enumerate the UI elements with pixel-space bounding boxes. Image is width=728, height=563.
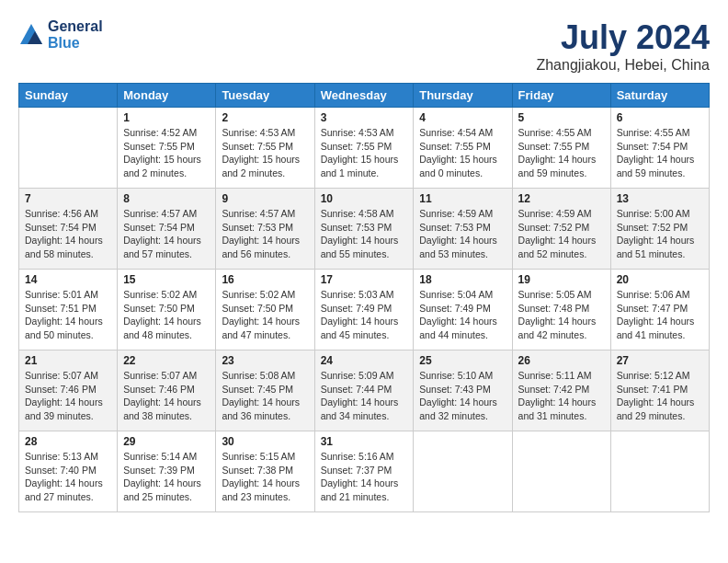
day-info: Sunrise: 4:53 AMSunset: 7:55 PMDaylight:… [321, 126, 408, 180]
logo-icon [18, 22, 44, 48]
day-number: 10 [321, 192, 408, 205]
day-info: Sunrise: 5:15 AMSunset: 7:38 PMDaylight:… [222, 450, 308, 504]
page-header: General Blue July 2024 Zhangjiakou, Hebe… [18, 18, 710, 74]
day-number: 31 [321, 435, 408, 448]
calendar-cell: 20Sunrise: 5:06 AMSunset: 7:47 PMDayligh… [610, 270, 709, 350]
day-number: 30 [222, 435, 308, 448]
calendar-cell: 24Sunrise: 5:09 AMSunset: 7:44 PMDayligh… [314, 350, 414, 431]
day-number: 8 [123, 192, 210, 205]
calendar-cell: 29Sunrise: 5:14 AMSunset: 7:39 PMDayligh… [118, 431, 216, 512]
day-info: Sunrise: 5:09 AMSunset: 7:44 PMDaylight:… [321, 369, 408, 423]
day-number: 16 [222, 273, 308, 286]
day-number: 27 [617, 354, 703, 367]
day-number: 19 [518, 273, 605, 286]
day-info: Sunrise: 5:02 AMSunset: 7:50 PMDaylight:… [123, 288, 210, 342]
day-number: 17 [321, 273, 408, 286]
calendar-week-4: 21Sunrise: 5:07 AMSunset: 7:46 PMDayligh… [19, 350, 710, 431]
day-info: Sunrise: 4:59 AMSunset: 7:52 PMDaylight:… [518, 207, 605, 261]
day-number: 2 [222, 111, 308, 124]
day-info: Sunrise: 4:58 AMSunset: 7:53 PMDaylight:… [321, 207, 408, 261]
calendar-cell: 19Sunrise: 5:05 AMSunset: 7:48 PMDayligh… [512, 270, 610, 350]
day-info: Sunrise: 5:13 AMSunset: 7:40 PMDaylight:… [25, 450, 111, 504]
calendar-cell: 7Sunrise: 4:56 AMSunset: 7:54 PMDaylight… [19, 189, 118, 270]
day-info: Sunrise: 5:03 AMSunset: 7:49 PMDaylight:… [321, 288, 408, 342]
calendar-cell [512, 431, 610, 512]
header-tuesday: Tuesday [216, 84, 314, 108]
calendar-cell [414, 431, 512, 512]
day-info: Sunrise: 4:55 AMSunset: 7:54 PMDaylight:… [617, 126, 703, 180]
day-info: Sunrise: 5:05 AMSunset: 7:48 PMDaylight:… [518, 288, 605, 342]
calendar-week-5: 28Sunrise: 5:13 AMSunset: 7:40 PMDayligh… [19, 431, 710, 512]
calendar-cell: 28Sunrise: 5:13 AMSunset: 7:40 PMDayligh… [19, 431, 118, 512]
calendar-cell: 17Sunrise: 5:03 AMSunset: 7:49 PMDayligh… [314, 270, 414, 350]
day-number: 9 [222, 192, 308, 205]
day-info: Sunrise: 4:53 AMSunset: 7:55 PMDaylight:… [222, 126, 308, 180]
day-number: 18 [419, 273, 506, 286]
calendar-cell: 25Sunrise: 5:10 AMSunset: 7:43 PMDayligh… [414, 350, 512, 431]
day-number: 6 [617, 111, 703, 124]
calendar-cell: 1Sunrise: 4:52 AMSunset: 7:55 PMDaylight… [118, 108, 216, 189]
day-info: Sunrise: 4:57 AMSunset: 7:53 PMDaylight:… [222, 207, 308, 261]
calendar-cell: 12Sunrise: 4:59 AMSunset: 7:52 PMDayligh… [512, 189, 610, 270]
calendar-cell: 30Sunrise: 5:15 AMSunset: 7:38 PMDayligh… [216, 431, 314, 512]
day-info: Sunrise: 5:00 AMSunset: 7:52 PMDaylight:… [617, 207, 703, 261]
header-saturday: Saturday [610, 84, 709, 108]
day-number: 13 [617, 192, 703, 205]
calendar-cell: 14Sunrise: 5:01 AMSunset: 7:51 PMDayligh… [19, 270, 118, 350]
calendar-cell [19, 108, 118, 189]
day-info: Sunrise: 4:59 AMSunset: 7:53 PMDaylight:… [419, 207, 506, 261]
calendar-cell: 11Sunrise: 4:59 AMSunset: 7:53 PMDayligh… [414, 189, 512, 270]
header-monday: Monday [118, 84, 216, 108]
calendar-cell: 16Sunrise: 5:02 AMSunset: 7:50 PMDayligh… [216, 270, 314, 350]
calendar-week-3: 14Sunrise: 5:01 AMSunset: 7:51 PMDayligh… [19, 270, 710, 350]
day-number: 11 [419, 192, 506, 205]
day-number: 21 [25, 354, 111, 367]
main-title: July 2024 [536, 18, 710, 57]
calendar-cell: 18Sunrise: 5:04 AMSunset: 7:49 PMDayligh… [414, 270, 512, 350]
header-sunday: Sunday [19, 84, 118, 108]
day-number: 12 [518, 192, 605, 205]
day-number: 4 [419, 111, 506, 124]
day-number: 23 [222, 354, 308, 367]
day-info: Sunrise: 4:52 AMSunset: 7:55 PMDaylight:… [123, 126, 210, 180]
calendar-cell: 3Sunrise: 4:53 AMSunset: 7:55 PMDaylight… [314, 108, 414, 189]
calendar-cell: 10Sunrise: 4:58 AMSunset: 7:53 PMDayligh… [314, 189, 414, 270]
calendar-cell: 2Sunrise: 4:53 AMSunset: 7:55 PMDaylight… [216, 108, 314, 189]
day-info: Sunrise: 5:12 AMSunset: 7:41 PMDaylight:… [617, 369, 703, 423]
title-block: July 2024 Zhangjiakou, Hebei, China [536, 18, 710, 74]
calendar-cell: 6Sunrise: 4:55 AMSunset: 7:54 PMDaylight… [610, 108, 709, 189]
day-info: Sunrise: 5:16 AMSunset: 7:37 PMDaylight:… [321, 450, 408, 504]
day-info: Sunrise: 5:07 AMSunset: 7:46 PMDaylight:… [25, 369, 111, 423]
calendar-cell [610, 431, 709, 512]
day-info: Sunrise: 5:08 AMSunset: 7:45 PMDaylight:… [222, 369, 308, 423]
logo-text: General Blue [48, 18, 103, 52]
logo: General Blue [18, 18, 103, 52]
day-info: Sunrise: 5:11 AMSunset: 7:42 PMDaylight:… [518, 369, 605, 423]
day-info: Sunrise: 4:56 AMSunset: 7:54 PMDaylight:… [25, 207, 111, 261]
calendar-cell: 8Sunrise: 4:57 AMSunset: 7:54 PMDaylight… [118, 189, 216, 270]
day-number: 22 [123, 354, 210, 367]
day-number: 25 [419, 354, 506, 367]
calendar-cell: 26Sunrise: 5:11 AMSunset: 7:42 PMDayligh… [512, 350, 610, 431]
day-info: Sunrise: 5:10 AMSunset: 7:43 PMDaylight:… [419, 369, 506, 423]
day-info: Sunrise: 5:01 AMSunset: 7:51 PMDaylight:… [25, 288, 111, 342]
calendar-cell: 31Sunrise: 5:16 AMSunset: 7:37 PMDayligh… [314, 431, 414, 512]
calendar-cell: 13Sunrise: 5:00 AMSunset: 7:52 PMDayligh… [610, 189, 709, 270]
calendar-header-row: SundayMondayTuesdayWednesdayThursdayFrid… [19, 84, 710, 108]
day-number: 26 [518, 354, 605, 367]
calendar-cell: 27Sunrise: 5:12 AMSunset: 7:41 PMDayligh… [610, 350, 709, 431]
subtitle: Zhangjiakou, Hebei, China [536, 57, 710, 74]
day-number: 29 [123, 435, 210, 448]
day-number: 28 [25, 435, 111, 448]
day-number: 5 [518, 111, 605, 124]
calendar-week-2: 7Sunrise: 4:56 AMSunset: 7:54 PMDaylight… [19, 189, 710, 270]
day-info: Sunrise: 4:54 AMSunset: 7:55 PMDaylight:… [419, 126, 506, 180]
header-wednesday: Wednesday [314, 84, 414, 108]
day-info: Sunrise: 4:55 AMSunset: 7:55 PMDaylight:… [518, 126, 605, 180]
day-number: 3 [321, 111, 408, 124]
header-friday: Friday [512, 84, 610, 108]
day-info: Sunrise: 5:07 AMSunset: 7:46 PMDaylight:… [123, 369, 210, 423]
header-thursday: Thursday [414, 84, 512, 108]
calendar-cell: 15Sunrise: 5:02 AMSunset: 7:50 PMDayligh… [118, 270, 216, 350]
day-info: Sunrise: 4:57 AMSunset: 7:54 PMDaylight:… [123, 207, 210, 261]
